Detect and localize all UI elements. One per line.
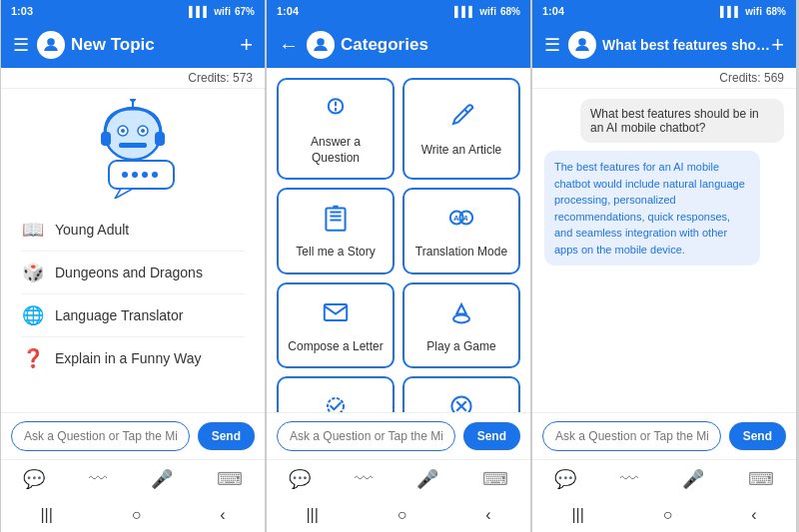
game-label: Play a Game (426, 339, 495, 355)
sys-back-2[interactable]: ‹ (485, 506, 490, 524)
chat-input-3[interactable] (542, 421, 721, 451)
hamburger-icon-3[interactable]: ☰ (544, 34, 560, 56)
plus-button-1[interactable]: + (240, 32, 253, 58)
nav-keyboard-1[interactable]: ⌨ (217, 468, 243, 490)
sys-menu-3[interactable]: ||| (571, 506, 583, 524)
answer-icon (320, 92, 352, 129)
menu-item-language[interactable]: 🌐 Language Translator (21, 294, 245, 337)
dice-icon: 🎲 (21, 262, 45, 283)
system-nav-1: ||| ○ ‹ (1, 500, 265, 532)
category-game[interactable]: Play a Game (402, 282, 520, 369)
story-icon (320, 202, 352, 239)
category-other[interactable]: Other (402, 376, 520, 412)
other-icon (445, 390, 477, 412)
category-translation[interactable]: A A Translation Mode (402, 188, 520, 274)
system-nav-2: ||| ○ ‹ (267, 500, 530, 532)
hamburger-icon[interactable]: ☰ (13, 34, 29, 56)
chat-message-user: What best features should be in an AI mo… (580, 99, 784, 143)
nav-wave-1[interactable]: 〰 (89, 469, 107, 490)
menu-item-explain[interactable]: ❓ Explain in a Funny Way (21, 337, 245, 379)
svg-text:A: A (462, 214, 468, 223)
nav-mic-1[interactable]: 🎤 (151, 468, 173, 490)
svg-point-8 (130, 99, 136, 102)
plus-button-3[interactable]: + (771, 32, 784, 58)
sys-home-2[interactable]: ○ (398, 506, 407, 524)
send-button-2[interactable]: Send (463, 422, 520, 450)
back-button-2[interactable]: ← (279, 34, 299, 57)
chat-input-1[interactable] (11, 421, 190, 451)
sys-menu-1[interactable]: ||| (40, 506, 52, 524)
wifi-2: wifi (479, 6, 496, 17)
header-2: ← Categories (267, 22, 530, 68)
system-nav-3: ||| ○ ‹ (532, 500, 796, 532)
send-button-1[interactable]: Send (198, 422, 255, 450)
phone2: 1:04 ▌▌▌ wifi 68% ← Categories (266, 0, 531, 532)
sys-back-1[interactable]: ‹ (220, 506, 225, 524)
phone3: 1:04 ▌▌▌ wifi 68% ☰ What best features s… (531, 0, 797, 532)
signal-1: ▌▌▌ (189, 6, 210, 17)
nav-wave-2[interactable]: 〰 (355, 469, 373, 490)
bottom-nav-2: 💬 〰 🎤 ⌨ (267, 459, 530, 500)
chat-input-2[interactable] (277, 421, 455, 451)
svg-rect-10 (155, 132, 165, 146)
bottom-nav-3: 💬 〰 🎤 ⌨ (532, 459, 796, 500)
menu-label-dungeons: Dungeons and Dragons (55, 265, 203, 280)
svg-point-13 (122, 172, 128, 178)
time-2: 1:04 (277, 5, 299, 17)
category-article[interactable]: Write an Article (402, 78, 520, 180)
sys-back-3[interactable]: ‹ (751, 506, 756, 524)
chat-content: What best features should be in an AI mo… (532, 89, 796, 412)
nav-keyboard-3[interactable]: ⌨ (748, 468, 774, 490)
menu-label-language: Language Translator (55, 307, 183, 323)
header-title-3: What best features sho… (602, 37, 770, 53)
answer-label: Answer a Question (287, 135, 385, 166)
menu-label-young-adult: Young Adult (55, 222, 129, 238)
wifi-3: wifi (745, 6, 762, 17)
app-icon-1 (37, 31, 65, 59)
svg-marker-26 (456, 304, 466, 314)
nav-keyboard-2[interactable]: ⌨ (482, 468, 508, 490)
sys-home-1[interactable]: ○ (132, 506, 142, 524)
category-custom[interactable]: Custom (277, 376, 395, 412)
chat-message-bot: The best features for an AI mobile chatb… (544, 151, 760, 266)
phone1: 1:03 ▌▌▌ wifi 67% ☰ New Topic + Credits:… (0, 0, 266, 532)
time-1: 1:03 (11, 5, 33, 17)
svg-marker-12 (115, 189, 133, 199)
category-letter[interactable]: Compose a Letter (277, 282, 395, 369)
nav-mic-3[interactable]: 🎤 (682, 468, 704, 490)
input-area-1: Send (1, 412, 265, 459)
nav-chat-3[interactable]: 💬 (554, 468, 576, 490)
nav-wave-3[interactable]: 〰 (620, 469, 638, 490)
menu-item-young-adult[interactable]: 📖 Young Adult (21, 209, 245, 252)
sys-menu-2[interactable]: ||| (306, 506, 318, 524)
sys-home-3[interactable]: ○ (663, 506, 673, 524)
status-bar-3: 1:04 ▌▌▌ wifi 68% (532, 0, 796, 22)
svg-point-16 (152, 172, 158, 178)
menu-item-dungeons[interactable]: 🎲 Dungeons and Dragons (21, 252, 245, 294)
status-bar-2: 1:04 ▌▌▌ wifi 68% (267, 0, 530, 22)
letter-label: Compose a Letter (288, 339, 383, 355)
svg-rect-24 (325, 304, 347, 320)
app-icon-3 (568, 31, 596, 59)
input-area-2: Send (267, 412, 530, 459)
svg-point-31 (578, 38, 586, 46)
svg-point-28 (451, 397, 470, 412)
svg-point-14 (132, 172, 138, 178)
svg-point-0 (47, 38, 55, 46)
article-label: Write an Article (421, 143, 501, 159)
category-story[interactable]: Tell me a Story (277, 188, 395, 274)
svg-rect-11 (109, 161, 174, 189)
category-answer[interactable]: Answer a Question (277, 78, 395, 180)
nav-chat-1[interactable]: 💬 (23, 468, 45, 490)
svg-point-27 (328, 398, 344, 412)
nav-chat-2[interactable]: 💬 (289, 468, 311, 490)
send-button-3[interactable]: Send (729, 422, 786, 450)
translate-icon: 🌐 (21, 304, 45, 326)
signal-2: ▌▌▌ (454, 6, 475, 17)
svg-point-17 (317, 38, 325, 46)
bottom-nav-1: 💬 〰 🎤 ⌨ (1, 459, 265, 500)
nav-mic-2[interactable]: 🎤 (416, 468, 438, 490)
svg-rect-9 (101, 132, 111, 146)
menu-list: 📖 Young Adult 🎲 Dungeons and Dragons 🌐 L… (1, 209, 265, 379)
battery-2: 68% (500, 6, 520, 17)
